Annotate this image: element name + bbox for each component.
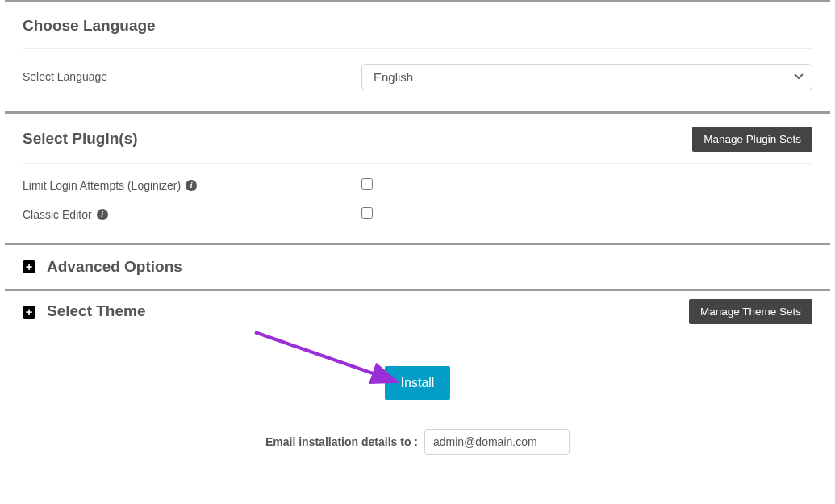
subsection-divider <box>23 163 812 164</box>
select-language-label: Select Language <box>23 70 361 83</box>
select-plugins-title: Select Plugin(s) <box>23 128 138 150</box>
info-icon[interactable]: i <box>97 209 108 220</box>
advanced-options-section[interactable]: + Advanced Options <box>5 245 830 289</box>
info-icon[interactable]: i <box>186 180 197 191</box>
install-button[interactable]: Install <box>385 366 451 400</box>
expand-icon[interactable]: + <box>23 306 35 319</box>
manage-theme-sets-button[interactable]: Manage Theme Sets <box>689 299 812 324</box>
choose-language-title: Choose Language <box>23 15 812 37</box>
choose-language-section: Choose Language Select Language English <box>5 2 830 111</box>
select-theme-section: + Select Theme Manage Theme Sets Install… <box>5 291 830 487</box>
plugin-loginizer-label: Limit Login Attempts (Loginizer) <box>23 179 181 192</box>
advanced-options-title: Advanced Options <box>47 256 182 278</box>
select-theme-toggle[interactable]: + Select Theme <box>23 301 146 323</box>
subsection-divider <box>23 48 812 49</box>
plugin-classic-editor-label: Classic Editor <box>23 208 92 221</box>
plugin-loginizer-checkbox[interactable] <box>361 178 373 190</box>
language-select[interactable]: English <box>361 64 812 90</box>
plugin-classic-editor-checkbox[interactable] <box>361 207 373 219</box>
manage-plugin-sets-button[interactable]: Manage Plugin Sets <box>692 127 812 152</box>
select-plugins-section: Select Plugin(s) Manage Plugin Sets Limi… <box>5 114 830 243</box>
email-install-input[interactable] <box>424 429 570 455</box>
svg-line-1 <box>255 332 394 381</box>
select-theme-title: Select Theme <box>47 301 146 323</box>
expand-icon[interactable]: + <box>23 260 35 273</box>
email-install-label: Email installation details to : <box>265 435 418 448</box>
